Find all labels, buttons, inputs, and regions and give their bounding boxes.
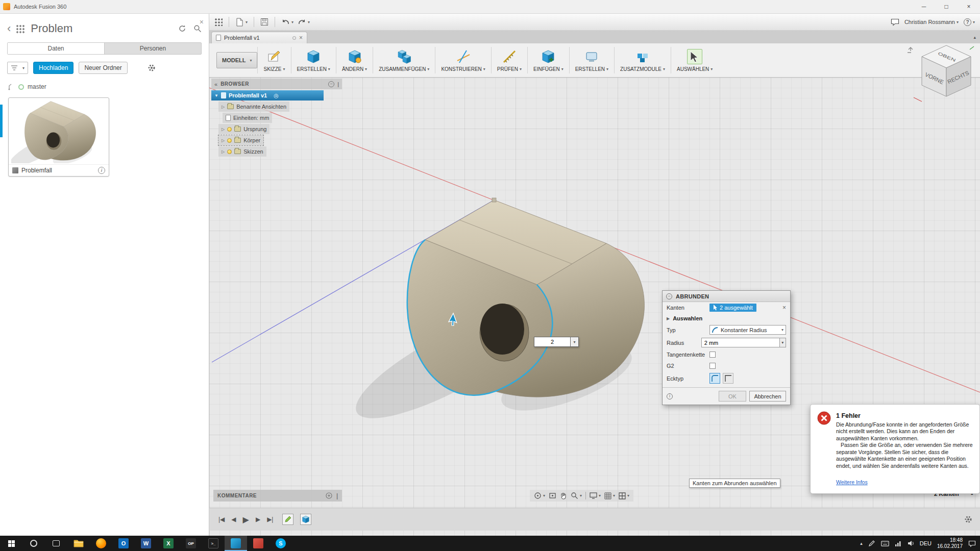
action-center-icon[interactable]: [968, 540, 976, 547]
browser-node-einheiten[interactable]: Einheiten: mm: [223, 113, 272, 123]
browser-collapse-icon[interactable]: «: [214, 81, 217, 87]
corner-type-rolling-button[interactable]: [709, 373, 720, 384]
browser-node-skizzen[interactable]: ▷ Skizzen: [218, 146, 266, 157]
ok-button[interactable]: OK: [719, 391, 746, 402]
ribbon-group-make[interactable]: ERSTELLEN▾: [570, 43, 614, 77]
branch-name[interactable]: master: [28, 83, 46, 90]
pen-tray-icon[interactable]: [868, 540, 875, 547]
design-info-icon[interactable]: i: [98, 167, 105, 174]
outlook-button[interactable]: O: [112, 536, 135, 551]
workspace-selector[interactable]: MODELL ▾: [216, 52, 257, 68]
visibility-bulb-icon[interactable]: [227, 149, 232, 154]
radius-dropdown[interactable]: ▾: [780, 338, 786, 347]
data-panel-close-icon[interactable]: ×: [200, 18, 204, 26]
keyboard-tray-icon[interactable]: [881, 541, 889, 546]
help-menu[interactable]: ? ▾: [964, 18, 975, 26]
zoom-tool[interactable]: ▾: [571, 492, 582, 499]
radius-value-input[interactable]: [701, 338, 780, 347]
excel-button[interactable]: X: [157, 536, 180, 551]
comments-expand-icon[interactable]: [326, 492, 332, 499]
task-view-button[interactable]: [45, 536, 67, 551]
timeline-skip-end-button[interactable]: ▶|: [265, 516, 275, 523]
expand-triangle-icon[interactable]: ▷: [222, 105, 225, 109]
activate-radio-icon[interactable]: ◎: [274, 92, 279, 99]
grid-settings[interactable]: ▾: [604, 492, 615, 499]
timeline-step-back-button[interactable]: ◀: [229, 516, 238, 523]
redo-button[interactable]: ▾: [298, 18, 310, 26]
minimize-button[interactable]: ─: [913, 0, 935, 13]
browser-node-benannte-ansichten[interactable]: ▷ Benannte Ansichten: [218, 102, 289, 112]
expand-triangle-icon[interactable]: ▷: [222, 149, 225, 154]
tab-close-icon[interactable]: ×: [299, 34, 303, 41]
radius-dimension-input[interactable]: [534, 337, 571, 347]
ribbon-group-einfuegen[interactable]: EINFÜGEN▾: [528, 43, 569, 77]
browser-node-koerper[interactable]: ▷ Körper: [218, 135, 263, 145]
pan-tool[interactable]: [560, 492, 567, 499]
volume-tray-icon[interactable]: [908, 540, 914, 546]
new-folder-button[interactable]: Neuer Ordner: [79, 62, 127, 74]
dialog-collapse-icon[interactable]: −: [666, 293, 672, 299]
upload-button[interactable]: Hochladen: [33, 62, 74, 74]
terminal-button[interactable]: >_: [202, 536, 225, 551]
clock[interactable]: 18:48 16.02.2017: [937, 537, 963, 550]
ribbon-group-auswaehlen[interactable]: AUSWÄHLEN▾: [671, 43, 718, 77]
ribbon-group-pruefen[interactable]: PRÜFEN▾: [492, 43, 527, 77]
timeline-extrude-feature[interactable]: [300, 514, 311, 525]
model-body[interactable]: [344, 200, 644, 437]
user-menu[interactable]: Christian Rossmann ▾: [904, 19, 959, 25]
tray-expand-chevron[interactable]: ▴: [860, 541, 863, 546]
network-tray-icon[interactable]: [895, 540, 902, 546]
ribbon-group-zusatzmodule[interactable]: ZUSATZMODULE▾: [615, 43, 671, 77]
document-tab[interactable]: Problemfall v1 ×: [211, 32, 307, 43]
settings-gear-icon[interactable]: [147, 63, 156, 72]
ribbon-group-erstellen[interactable]: ERSTELLEN▾: [291, 43, 336, 77]
design-card[interactable]: Problemfall i: [8, 97, 109, 177]
sort-filter-dropdown[interactable]: ▾: [7, 62, 28, 74]
display-settings[interactable]: ▾: [590, 492, 601, 499]
orbit-tool[interactable]: ▾: [534, 492, 545, 499]
comments-grip-icon[interactable]: |: [336, 492, 338, 499]
visibility-bulb-icon[interactable]: [227, 138, 232, 143]
cortana-button[interactable]: [22, 536, 45, 551]
data-panel-toggle-icon[interactable]: [214, 18, 223, 26]
dialog-info-icon[interactable]: i: [667, 393, 673, 399]
ribbon-group-konstruieren[interactable]: KONSTRUIEREN▾: [435, 43, 491, 77]
word-button[interactable]: W: [135, 536, 157, 551]
close-button[interactable]: ×: [958, 0, 980, 13]
corner-type-mitered-button[interactable]: [723, 373, 733, 384]
ribbon-group-aendern[interactable]: ÄNDERN▾: [336, 43, 373, 77]
undo-button[interactable]: ▾: [281, 18, 293, 26]
typ-dropdown[interactable]: Konstanter Radius ▾: [709, 325, 786, 335]
comments-bar[interactable]: KOMMENTARE |: [213, 490, 342, 502]
view-cube[interactable]: OBEN VORNE RECHTS: [904, 42, 976, 105]
refresh-icon[interactable]: [178, 24, 186, 33]
back-button[interactable]: ‹: [7, 22, 11, 35]
dialog-header[interactable]: − ABRUNDEN: [663, 291, 790, 302]
visibility-bulb-icon[interactable]: [227, 127, 232, 132]
file-menu[interactable]: ▾: [235, 18, 248, 27]
expanded-triangle-icon[interactable]: ▼: [214, 93, 218, 98]
browser-root-node[interactable]: ▼ Problemfall v1 ◎: [211, 90, 324, 101]
save-icon[interactable]: [260, 18, 268, 26]
look-at-tool[interactable]: [549, 492, 556, 499]
language-indicator[interactable]: DEU: [920, 540, 932, 546]
notifications-icon[interactable]: [891, 18, 899, 26]
edges-selected-chip[interactable]: 2 ausgewählt: [709, 304, 756, 312]
ribbon-group-skizze[interactable]: SKIZZE▾: [258, 43, 290, 77]
tab-daten[interactable]: Daten: [8, 43, 105, 54]
op-app-button[interactable]: OP: [180, 536, 202, 551]
start-button[interactable]: [0, 536, 22, 551]
browser-grip-icon[interactable]: |: [337, 81, 339, 87]
more-info-link[interactable]: Weitere Infos: [836, 479, 868, 485]
viewport-canvas[interactable]: « BROWSER − | ▼ Problemfall v1 ◎ ▷ Benan…: [209, 78, 980, 536]
browser-node-ursprung[interactable]: ▷ Ursprung: [218, 124, 270, 134]
g2-checkbox[interactable]: [709, 363, 716, 369]
cancel-button[interactable]: Abbrechen: [749, 391, 786, 402]
timeline-sketch-feature[interactable]: [282, 514, 293, 525]
timeline-skip-start-button[interactable]: |◀: [216, 516, 227, 523]
tab-personen[interactable]: Personen: [105, 43, 201, 54]
firefox-button[interactable]: [90, 536, 112, 551]
file-explorer-button[interactable]: [67, 536, 90, 551]
fusion-360-button[interactable]: [225, 536, 247, 551]
clear-selection-icon[interactable]: ×: [782, 304, 786, 311]
